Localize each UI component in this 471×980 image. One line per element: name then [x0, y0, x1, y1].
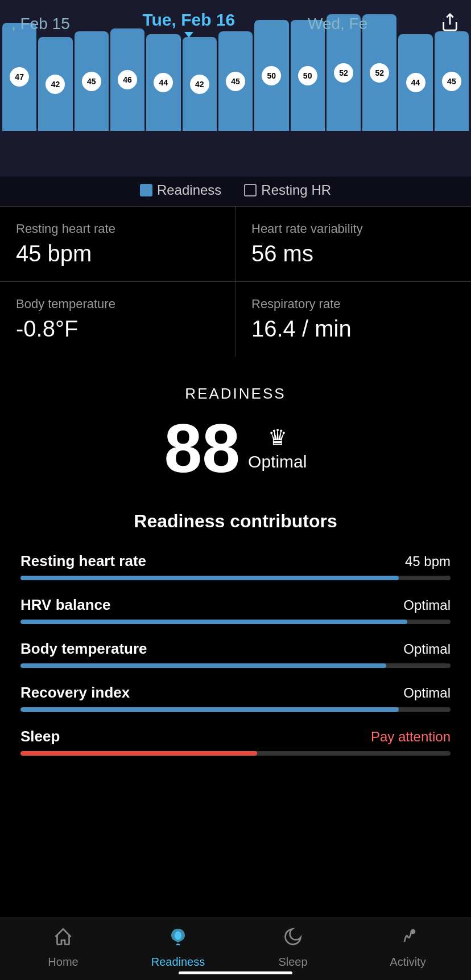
resp-rate-value: 16.4 / min	[251, 316, 455, 342]
bar-item: 44	[398, 34, 432, 131]
bar[interactable]: 42	[38, 37, 72, 131]
contributor-header: Body temperature Optimal	[20, 640, 451, 658]
share-icon[interactable]	[440, 13, 460, 36]
bottom-navigation: Home Readiness Sleep Activity	[0, 917, 471, 980]
home-icon	[53, 926, 73, 952]
bar[interactable]: 46	[110, 28, 144, 131]
contributor-status: 45 bpm	[405, 553, 451, 569]
bar-value: 42	[190, 75, 209, 94]
readiness-badge: ♛ Optimal	[248, 425, 307, 471]
readiness-score: 88	[164, 414, 240, 482]
bar-value: 42	[46, 75, 65, 94]
readiness-title: READINESS	[11, 385, 460, 403]
progress-fill	[20, 576, 399, 580]
readiness-nav-label: Readiness	[151, 956, 205, 969]
progress-bar	[20, 751, 451, 756]
bar-item: 45	[435, 31, 469, 131]
bar-value: 50	[298, 66, 317, 85]
contributor-status: Optimal	[403, 597, 451, 613]
readiness-nav-icon	[168, 927, 188, 952]
stats-grid: Resting heart rate 45 bpm Heart rate var…	[0, 206, 471, 356]
bar-item: 42	[38, 37, 72, 131]
readiness-score-row: 88 ♛ Optimal	[11, 414, 460, 482]
contributor-item[interactable]: Resting heart rate 45 bpm	[20, 552, 451, 580]
current-date[interactable]: Tue, Feb 16	[142, 10, 235, 38]
progress-fill	[20, 620, 407, 624]
bar[interactable]: 42	[183, 37, 217, 131]
hrv-label: Heart rate variability	[251, 222, 455, 236]
readiness-section: READINESS 88 ♛ Optimal	[0, 356, 471, 499]
legend-resting-hr: Resting HR	[244, 182, 331, 198]
contributor-name: HRV balance	[20, 596, 110, 614]
bar-value: 45	[442, 72, 461, 91]
home-indicator	[179, 971, 292, 974]
readiness-status: Optimal	[248, 452, 307, 471]
contributor-name: Sleep	[20, 728, 60, 745]
legend-readiness: Readiness	[140, 182, 221, 198]
body-temp-value: -0.8°F	[16, 316, 219, 342]
contributor-name: Body temperature	[20, 640, 147, 658]
stat-resting-hr: Resting heart rate 45 bpm	[0, 207, 236, 282]
bar[interactable]: 47	[2, 23, 36, 131]
contributor-header: HRV balance Optimal	[20, 596, 451, 614]
bar[interactable]: 45	[435, 31, 469, 131]
bar-value: 50	[262, 66, 281, 85]
bar-item: 47	[2, 23, 36, 131]
progress-fill	[20, 707, 399, 712]
sleep-icon	[283, 926, 303, 952]
contributor-item[interactable]: HRV balance Optimal	[20, 596, 451, 624]
home-label: Home	[48, 956, 78, 969]
date-navigation: , Feb 15 Tue, Feb 16 Wed, Fe	[0, 0, 471, 38]
bar-value: 45	[226, 72, 245, 91]
bar[interactable]: 45	[218, 31, 253, 131]
stat-hrv: Heart rate variability 56 ms	[236, 207, 471, 282]
contributors-section: Readiness contributors Resting heart rat…	[0, 499, 471, 789]
progress-bar	[20, 576, 451, 580]
progress-fill	[20, 751, 257, 756]
resting-hr-legend-label: Resting HR	[261, 182, 331, 198]
svg-point-2	[411, 930, 415, 933]
body-temp-label: Body temperature	[16, 297, 219, 311]
sleep-label: Sleep	[278, 956, 307, 969]
bar[interactable]: 44	[398, 34, 432, 131]
readiness-swatch	[140, 184, 152, 196]
contributor-status: Pay attention	[371, 729, 451, 745]
bar-item: 44	[146, 34, 180, 131]
stat-resp-rate: Respiratory rate 16.4 / min	[236, 282, 471, 356]
bar[interactable]: 44	[146, 34, 180, 131]
contributor-item[interactable]: Recovery index Optimal	[20, 684, 451, 712]
contributor-item[interactable]: Body temperature Optimal	[20, 640, 451, 668]
bar-item: 42	[183, 37, 217, 131]
contributor-name: Resting heart rate	[20, 552, 146, 570]
nav-home[interactable]: Home	[6, 926, 121, 969]
progress-bar	[20, 620, 451, 624]
contributor-item[interactable]: Sleep Pay attention	[20, 728, 451, 756]
chart-section: , Feb 15 Tue, Feb 16 Wed, Fe 47424546444…	[0, 0, 471, 177]
bar-value: 47	[10, 67, 29, 87]
bar-value: 52	[334, 63, 353, 83]
next-date[interactable]: Wed, Fe	[308, 15, 367, 33]
contributor-header: Recovery index Optimal	[20, 684, 451, 702]
bar-value: 52	[370, 63, 389, 83]
nav-activity[interactable]: Activity	[350, 926, 465, 969]
bar-item: 45	[218, 31, 253, 131]
resting-hr-label: Resting heart rate	[16, 222, 219, 236]
svg-point-1	[175, 931, 181, 940]
bar-item: 46	[110, 28, 144, 131]
resting-hr-value: 45 bpm	[16, 241, 219, 266]
progress-fill	[20, 663, 386, 668]
progress-bar	[20, 707, 451, 712]
contributor-header: Resting heart rate 45 bpm	[20, 552, 451, 570]
bar[interactable]: 45	[75, 31, 109, 131]
bar-value: 46	[118, 70, 137, 89]
nav-sleep[interactable]: Sleep	[236, 926, 350, 969]
hrv-value: 56 ms	[251, 241, 455, 266]
nav-readiness[interactable]: Readiness	[121, 927, 236, 969]
crown-icon: ♛	[268, 425, 287, 450]
contributors-title: Readiness contributors	[20, 511, 451, 532]
bar-value: 45	[82, 72, 101, 91]
stat-body-temp: Body temperature -0.8°F	[0, 282, 236, 356]
prev-date[interactable]: , Feb 15	[11, 15, 70, 33]
bar-value: 44	[154, 73, 173, 92]
activity-label: Activity	[390, 956, 425, 969]
